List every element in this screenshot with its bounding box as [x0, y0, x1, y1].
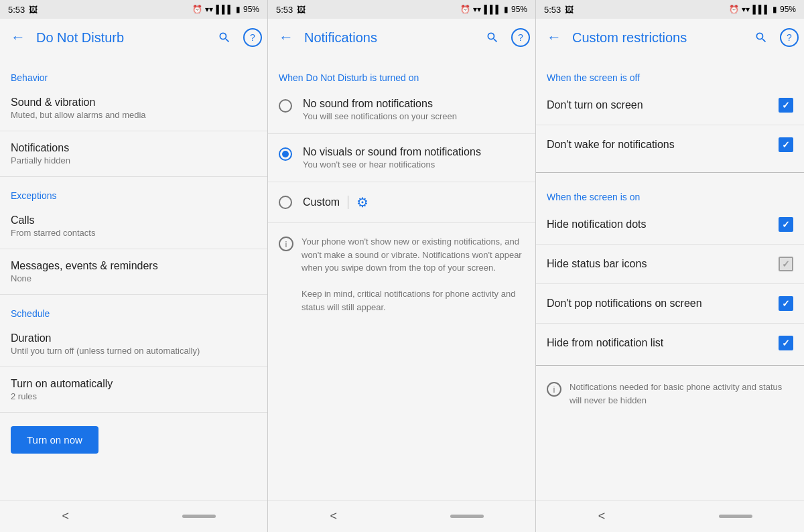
bottom-bar-1: < [0, 500, 267, 532]
status-right-1: ⏰ ▾▾ ▌▌▌ ▮ 95% [192, 5, 259, 14]
gear-icon[interactable]: ⚙ [356, 194, 368, 210]
dont-wake-checkbox[interactable]: ✓ [779, 137, 793, 152]
calls-item[interactable]: Calls From starred contacts [0, 206, 267, 246]
radio-no-visuals[interactable]: No visuals or sound from notifications Y… [268, 137, 535, 179]
nav-back-2[interactable]: < [320, 504, 348, 529]
divider-r2 [268, 182, 535, 182]
signal-icon-1: ▌▌▌ [216, 5, 233, 14]
wifi-icon-3: ▾▾ [742, 5, 750, 14]
radio-text-no-sound: No sound from notifications You will see… [303, 98, 457, 121]
status-bar-1: 5:53 🖼 ⏰ ▾▾ ▌▌▌ ▮ 95% [0, 0, 267, 19]
time-3: 5:53 [544, 5, 561, 15]
messages-subtitle: None [11, 273, 257, 283]
status-left-3: 5:53 🖼 [544, 5, 574, 15]
radio-title-custom: Custom [303, 196, 340, 208]
image-icon-3: 🖼 [565, 5, 574, 15]
calls-title: Calls [11, 214, 257, 226]
radio-no-sound[interactable]: No sound from notifications You will see… [268, 88, 535, 131]
nav-back-3[interactable]: < [588, 504, 616, 529]
home-pill-1[interactable] [182, 515, 216, 518]
turn-on-now-button[interactable]: Turn on now [11, 426, 98, 454]
dont-turn-on-item[interactable]: Don't turn on screen ✓ [536, 88, 804, 122]
help-button-3[interactable]: ? [780, 28, 799, 47]
dont-turn-on-checkbox[interactable]: ✓ [779, 98, 793, 113]
calls-subtitle: From starred contacts [11, 228, 257, 238]
dont-wake-label: Don't wake for notifications [547, 139, 675, 151]
status-bar-3: 5:53 🖼 ⏰ ▾▾ ▌▌▌ ▮ 95% [536, 0, 804, 19]
hide-from-list-checkbox[interactable]: ✓ [779, 336, 793, 350]
turn-on-auto-item[interactable]: Turn on automatically 2 rules [0, 370, 267, 409]
search-button-1[interactable] [211, 24, 238, 51]
hide-status-checkbox[interactable]: ✓ [779, 257, 793, 271]
divider-2 [0, 176, 267, 177]
info-box-3: i Notifications needed for basic phone a… [536, 371, 804, 416]
divider-c-section [536, 172, 804, 173]
home-pill-3[interactable] [719, 515, 752, 518]
duration-subtitle: Until you turn off (unless turned on aut… [11, 346, 257, 356]
hide-from-list-item[interactable]: Hide from notification list ✓ [536, 326, 804, 360]
radio-custom[interactable]: Custom ⚙ [268, 185, 535, 220]
divider-c1 [536, 125, 804, 125]
alarm-icon-2: ⏰ [460, 5, 470, 14]
screen-on-section: When the screen is on Hide notification … [536, 178, 804, 360]
battery-icon-3: ▮ [773, 5, 777, 14]
dont-pop-item[interactable]: Don't pop notifications on screen ✓ [536, 287, 804, 320]
radio-subtitle-no-visuals: You won't see or hear notifications [303, 159, 481, 170]
sound-vibration-item[interactable]: Sound & vibration Muted, but allow alarm… [0, 88, 267, 128]
info-text-3: Notifications needed for basic phone act… [570, 381, 793, 407]
status-right-2: ⏰ ▾▾ ▌▌▌ ▮ 95% [460, 5, 527, 14]
home-pill-2[interactable] [450, 515, 484, 518]
radio-dot-no-visuals [282, 151, 289, 157]
page-title-1: Do Not Disturb [36, 30, 206, 46]
search-button-2[interactable] [479, 24, 506, 51]
exceptions-header: Exceptions [0, 180, 267, 206]
time-2: 5:53 [276, 5, 293, 15]
wifi-icon-2: ▾▾ [473, 5, 481, 14]
hide-dots-checkbox[interactable]: ✓ [779, 217, 793, 232]
back-button-3[interactable]: ← [541, 23, 567, 52]
nav-back-1[interactable]: < [52, 504, 80, 529]
screen-off-section: When the screen is off Don't turn on scr… [536, 62, 804, 167]
divider-c3 [536, 244, 804, 245]
hide-dots-item[interactable]: Hide notification dots ✓ [536, 208, 804, 241]
alarm-icon-3: ⏰ [729, 5, 739, 14]
hide-status-item[interactable]: Hide status bar icons ✓ [536, 247, 804, 281]
divider-6 [0, 412, 267, 413]
help-button-1[interactable]: ? [243, 28, 262, 47]
signal-icon-2: ▌▌▌ [484, 5, 501, 14]
panel-do-not-disturb: 5:53 🖼 ⏰ ▾▾ ▌▌▌ ▮ 95% ← Do Not Disturb ?… [0, 0, 268, 532]
messages-item[interactable]: Messages, events & reminders None [0, 252, 267, 291]
help-button-2[interactable]: ? [511, 28, 530, 47]
custom-row: Custom ⚙ [303, 194, 368, 210]
duration-item[interactable]: Duration Until you turn off (unless turn… [0, 324, 267, 364]
hide-status-label: Hide status bar icons [547, 258, 647, 270]
check-icon-2: ✓ [782, 139, 790, 150]
status-right-3: ⏰ ▾▾ ▌▌▌ ▮ 95% [729, 5, 796, 14]
notifications-item[interactable]: Notifications Partially hidden [0, 134, 267, 174]
check-icon-1: ✓ [782, 100, 790, 111]
radio-title-no-sound: No sound from notifications [303, 98, 457, 110]
search-button-3[interactable] [748, 24, 775, 51]
app-bar-1: ← Do Not Disturb ? [0, 19, 267, 56]
status-bar-2: 5:53 🖼 ⏰ ▾▾ ▌▌▌ ▮ 95% [268, 0, 535, 19]
back-button-2[interactable]: ← [273, 23, 299, 52]
radio-subtitle-no-sound: You will see notifications on your scree… [303, 111, 457, 121]
bottom-bar-2: < [268, 500, 535, 532]
schedule-header: Schedule [0, 297, 267, 324]
back-button-1[interactable]: ← [5, 23, 31, 52]
hide-dots-label: Hide notification dots [547, 218, 647, 230]
divider-1 [0, 131, 267, 131]
panel-custom-restrictions: 5:53 🖼 ⏰ ▾▾ ▌▌▌ ▮ 95% ← Custom restricti… [536, 0, 804, 532]
divider-info [536, 365, 804, 366]
info-text: Your phone won't show new or existing no… [302, 235, 525, 314]
dont-wake-item[interactable]: Don't wake for notifications ✓ [536, 128, 804, 161]
info-box: i Your phone won't show new or existing … [268, 226, 535, 323]
app-bar-3: ← Custom restrictions ? [536, 19, 804, 56]
dont-pop-checkbox[interactable]: ✓ [779, 296, 793, 311]
battery-icon-1: ▮ [236, 5, 241, 14]
check-icon-3: ✓ [782, 219, 790, 230]
divider-c5 [536, 323, 804, 324]
page-title-3: Custom restrictions [572, 30, 742, 46]
battery-pct-3: 95% [780, 5, 796, 14]
radio-circle-no-visuals [279, 147, 292, 161]
